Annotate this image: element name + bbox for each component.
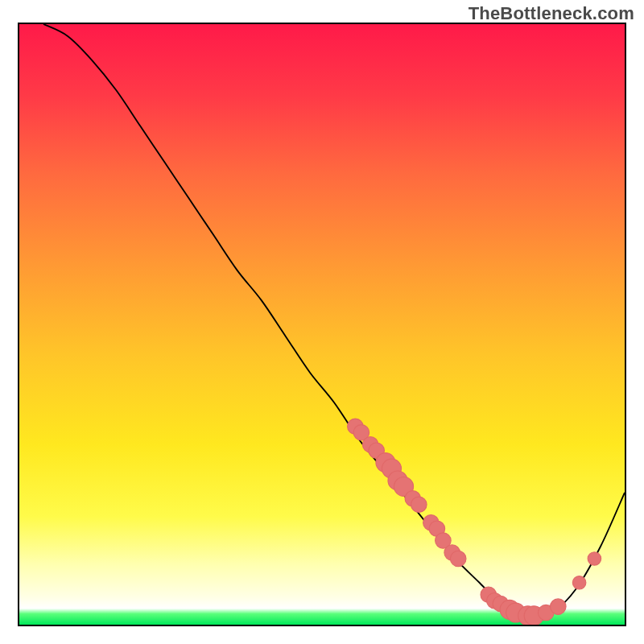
data-marker [411,497,427,512]
data-marker [572,576,586,589]
chart-container: TheBottleneck.com [0,0,644,644]
gradient-background [19,24,625,625]
data-marker [588,552,601,565]
chart-svg [19,24,625,625]
watermark-text: TheBottleneck.com [469,3,634,24]
data-marker [551,599,567,614]
data-marker [450,551,466,566]
plot-area [18,23,626,626]
